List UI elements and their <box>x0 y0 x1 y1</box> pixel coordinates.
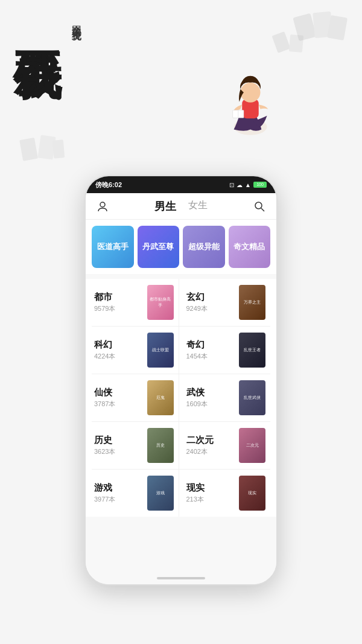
svg-line-15 <box>261 208 264 211</box>
status-bar: 傍晚6:02 ⊡ ☁ ▲ 100 <box>86 176 276 193</box>
genre-cover-dushi: 都市贴身高手 <box>147 285 174 320</box>
genre-name-xianxia: 仙侠 <box>94 387 147 398</box>
genre-info-xianshi: 现实 213本 <box>186 482 240 504</box>
genre-count-qihuan: 1454本 <box>186 352 240 361</box>
genre-cover-youxi: 游戏 <box>147 476 174 511</box>
genre-item-lishi[interactable]: 历史 3623本 历史 <box>92 422 179 469</box>
tab-male[interactable]: 男生 <box>154 199 176 214</box>
genre-count-lishi: 3623本 <box>94 447 147 456</box>
genre-row-2: 科幻 4224本 战士联盟 奇幻 1454本 <box>92 327 270 374</box>
genre-count-xianxia: 3787本 <box>94 400 147 409</box>
app-nav: 男生 女生 <box>86 193 276 220</box>
genre-item-dushi[interactable]: 都市 9579本 都市贴身高手 <box>92 279 179 326</box>
featured-card-4[interactable]: 奇文精品 <box>229 226 271 268</box>
genre-item-youxi[interactable]: 游戏 3977本 游戏 <box>92 470 179 517</box>
genre-count-erciyuan: 2402本 <box>186 447 240 456</box>
genre-name-lishi: 历史 <box>94 435 147 446</box>
genre-name-youxi: 游戏 <box>94 482 147 494</box>
search-icon[interactable] <box>252 199 267 214</box>
genre-row-3: 仙侠 3787本 厄鬼 武侠 1609本 <box>92 374 270 422</box>
genre-info-lishi: 历史 3623本 <box>94 435 147 456</box>
genre-name-kehuan: 科幻 <box>94 339 147 351</box>
svg-point-13 <box>100 202 105 207</box>
genre-name-xianshi: 现实 <box>186 482 240 494</box>
genre-item-qihuan[interactable]: 奇幻 1454本 乱世王者 <box>184 327 271 374</box>
genre-cover-qihuan: 乱世王者 <box>239 333 265 368</box>
genre-info-erciyuan: 二次元 2402本 <box>186 435 240 456</box>
svg-rect-7 <box>52 139 65 158</box>
genre-info-xianxia: 仙侠 3787本 <box>94 387 147 409</box>
genre-cover-xianshi: 现实 <box>239 476 265 511</box>
girl-illustration <box>217 60 284 139</box>
genre-cover-kehuan: 战士联盟 <box>147 333 174 368</box>
genre-item-wuxia[interactable]: 武侠 1609本 乱世武侠 <box>184 374 271 421</box>
genre-info-dushi: 都市 9579本 <box>94 292 147 313</box>
genre-item-xuanhuan[interactable]: 玄幻 9249本 万界之主 <box>184 279 271 326</box>
genre-name-qihuan: 奇幻 <box>186 339 240 351</box>
featured-grid: 医道高手 丹武至尊 超级异能 奇文精品 <box>86 220 276 274</box>
genre-item-erciyuan[interactable]: 二次元 2402本 二次元 <box>184 422 271 469</box>
featured-card-3[interactable]: 超级异能 <box>183 226 225 268</box>
genre-item-kehuan[interactable]: 科幻 4224本 战士联盟 <box>92 327 179 374</box>
genre-row-4: 历史 3623本 历史 二次元 2402本 <box>92 422 270 470</box>
genre-count-kehuan: 4224本 <box>94 352 147 361</box>
genre-cover-wuxia: 乱世武侠 <box>239 380 265 415</box>
genre-name-dushi: 都市 <box>94 292 147 303</box>
app-content: 医道高手 丹武至尊 超级异能 奇文精品 都市 9579本 <box>86 220 276 584</box>
genre-info-qihuan: 奇幻 1454本 <box>186 339 240 361</box>
genre-cover-xianxia: 厄鬼 <box>147 380 174 415</box>
svg-rect-4 <box>289 34 303 53</box>
genre-info-kehuan: 科幻 4224本 <box>94 339 147 361</box>
genre-name-erciyuan: 二次元 <box>186 435 240 446</box>
genre-cover-xuanhuan: 万界之主 <box>239 285 265 320</box>
genre-count-xianshi: 213本 <box>186 495 240 504</box>
svg-rect-3 <box>272 31 291 53</box>
phone-frame: 傍晚6:02 ⊡ ☁ ▲ 100 男生 女生 <box>84 175 278 585</box>
status-time: 傍晚6:02 <box>95 180 122 190</box>
genre-cover-lishi: 历史 <box>147 428 174 463</box>
genre-count-youxi: 3977本 <box>94 495 147 504</box>
genre-count-xuanhuan: 9249本 <box>186 304 240 313</box>
genre-count-dushi: 9579本 <box>94 304 147 313</box>
home-indicator <box>157 577 205 579</box>
genre-info-wuxia: 武侠 1609本 <box>186 387 240 409</box>
genre-name-wuxia: 武侠 <box>186 387 240 398</box>
hero-text-container: 就不要钱 全网小说 统统免费 <box>12 12 84 23</box>
svg-point-14 <box>255 202 262 209</box>
genre-info-youxi: 游戏 3977本 <box>94 482 147 504</box>
featured-card-2[interactable]: 丹武至尊 <box>138 226 180 268</box>
genre-count-wuxia: 1609本 <box>186 400 240 409</box>
genre-row-5: 游戏 3977本 游戏 现实 213本 <box>92 470 270 517</box>
battery-icon: 100 <box>253 182 267 188</box>
featured-card-1[interactable]: 医道高手 <box>92 226 134 268</box>
genre-list: 都市 9579本 都市贴身高手 玄幻 9249本 <box>86 279 276 517</box>
svg-rect-5 <box>19 138 38 161</box>
genre-cover-erciyuan: 二次元 <box>239 428 265 463</box>
genre-item-xianxia[interactable]: 仙侠 3787本 厄鬼 <box>92 374 179 421</box>
tab-female[interactable]: 女生 <box>188 199 208 214</box>
genre-row-1: 都市 9579本 都市贴身高手 玄幻 9249本 <box>92 279 270 327</box>
nav-tabs: 男生 女生 <box>154 199 208 214</box>
hero-main-text: 就不要钱 <box>12 12 63 23</box>
genre-item-xianshi[interactable]: 现实 213本 现实 <box>184 470 271 517</box>
user-icon[interactable] <box>95 199 110 214</box>
status-icons: ⊡ ☁ ▲ 100 <box>229 182 267 188</box>
genre-name-xuanhuan: 玄幻 <box>186 292 240 303</box>
genre-info-xuanhuan: 玄幻 9249本 <box>186 292 240 313</box>
